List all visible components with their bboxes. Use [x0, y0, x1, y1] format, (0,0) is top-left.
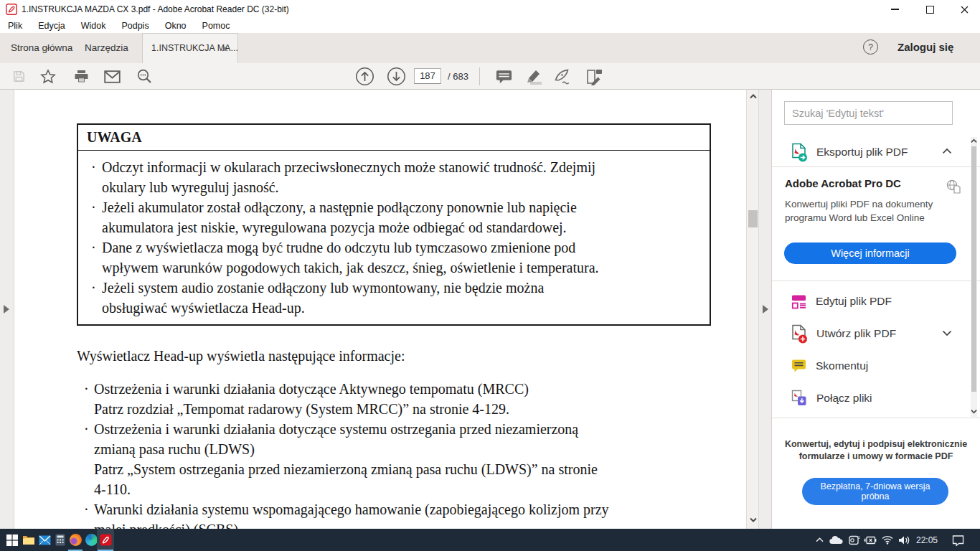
- notice-line: wpływem warunków pogodowych takich, jak …: [85, 258, 702, 278]
- menu-okno[interactable]: Okno: [157, 21, 194, 31]
- volume-tray-button[interactable]: [896, 529, 912, 551]
- close-icon: [961, 6, 969, 14]
- menu-plik[interactable]: Plik: [0, 21, 30, 31]
- panel-scroll-up-icon[interactable]: [971, 138, 977, 143]
- tools-pane-strip: [758, 90, 771, 529]
- notification-icon: [952, 534, 964, 546]
- panel-scroll-down-icon[interactable]: [971, 409, 977, 414]
- notice-title: UWAGA: [78, 125, 710, 151]
- firefox-button[interactable]: [67, 529, 83, 551]
- combine-files-icon: [791, 390, 808, 407]
- pro-dc-description: Konwertuj pliki PDF na dokumenty program…: [785, 197, 948, 225]
- search-tools-input[interactable]: [784, 101, 953, 125]
- star-button[interactable]: [38, 67, 58, 86]
- document-scrollbar[interactable]: [746, 90, 758, 529]
- start-button[interactable]: [4, 529, 20, 551]
- minimize-button[interactable]: [882, 0, 907, 19]
- tray-expand-button[interactable]: [811, 529, 827, 551]
- sign-tool-button[interactable]: [553, 67, 573, 86]
- comment-label: Skomentuj: [816, 359, 868, 372]
- tab-home[interactable]: Strona główna: [11, 42, 72, 53]
- sign-in-button[interactable]: Zaloguj się: [897, 41, 953, 53]
- nav-pane-strip: [0, 90, 14, 529]
- chevron-up-tray-icon: [816, 537, 824, 542]
- mail-button[interactable]: [37, 529, 52, 551]
- comment-icon: [495, 69, 513, 85]
- trial-button[interactable]: Bezpłatna, 7-dniowa wersja próbna: [802, 478, 948, 505]
- edit-pdf-label: Edytuj plik PDF: [816, 295, 892, 308]
- menu-bar: Plik Edycja Widok Podpis Okno Pomoc: [0, 19, 980, 33]
- create-pdf-label: Utwórz plik PDF: [816, 327, 896, 340]
- fill-sign-button[interactable]: [585, 67, 605, 86]
- action-center-button[interactable]: [950, 529, 966, 551]
- edit-pdf-icon: [791, 293, 807, 310]
- zoom-options-button[interactable]: [134, 67, 154, 86]
- close-button[interactable]: [952, 0, 976, 19]
- doc-line: 4-110.: [84, 479, 131, 499]
- edge-icon: [85, 534, 98, 546]
- acrobat-app-icon: [6, 4, 17, 17]
- pdf-page: UWAGA ·Odczyt informacji w okularach prz…: [14, 90, 746, 529]
- menu-edycja[interactable]: Edycja: [30, 21, 73, 31]
- onedrive-tray-button[interactable]: [828, 529, 844, 551]
- notice-line: ·Jeżeli akumulator został odłączony, a n…: [85, 197, 702, 217]
- menu-widok[interactable]: Widok: [73, 21, 114, 31]
- chevron-down-icon[interactable]: [942, 330, 952, 336]
- bullet: ·: [91, 237, 96, 258]
- export-pdf-icon: [791, 143, 808, 162]
- email-button[interactable]: [102, 67, 122, 86]
- previous-page-button[interactable]: [354, 67, 374, 86]
- combine-files-row[interactable]: Połącz pliki: [772, 385, 970, 412]
- toolbar-separator: [479, 67, 480, 85]
- bullet: ·: [91, 157, 96, 177]
- print-button[interactable]: [71, 67, 91, 86]
- collapse-tools-pane-icon[interactable]: [763, 305, 768, 314]
- acrobat-taskbar-button[interactable]: [98, 529, 113, 551]
- tablet-mode-tray-button[interactable]: 1: [847, 529, 862, 551]
- comment-tool-button[interactable]: [494, 67, 514, 86]
- menu-pomoc[interactable]: Pomoc: [194, 21, 238, 31]
- doc-intro: Wyświetlacz Head-up wyświetla następując…: [77, 348, 405, 364]
- help-button[interactable]: ?: [863, 39, 878, 55]
- highlight-tool-button[interactable]: [524, 67, 544, 86]
- tab-close-icon[interactable]: [222, 45, 228, 52]
- page-up-icon: [355, 67, 374, 86]
- clock[interactable]: 22:05: [916, 535, 938, 545]
- page-number-input[interactable]: 187: [414, 68, 441, 84]
- tab-document[interactable]: 1.INSTRUKCJA MA...: [142, 33, 238, 63]
- comment-row[interactable]: Skomentuj: [772, 352, 970, 380]
- chevron-up-icon[interactable]: [942, 148, 952, 154]
- scroll-down-icon[interactable]: [750, 517, 757, 522]
- next-page-button[interactable]: [386, 67, 406, 86]
- zoom-icon: [136, 68, 153, 85]
- tab-tools[interactable]: Narzędzia: [85, 42, 128, 53]
- calculator-icon: [55, 534, 65, 546]
- scrollbar-thumb[interactable]: [748, 210, 758, 227]
- create-pdf-row[interactable]: Utwórz plik PDF: [772, 320, 970, 347]
- expand-nav-pane-icon[interactable]: [4, 305, 9, 314]
- panel-scrollbar[interactable]: [971, 137, 977, 417]
- maximize-button[interactable]: [918, 0, 942, 19]
- more-info-button[interactable]: Więcej informacji: [784, 242, 956, 264]
- doc-line: zmianą pasa ruchu (LDWS): [84, 439, 255, 459]
- export-pdf-row[interactable]: Eksportuj plik PDF: [772, 138, 970, 166]
- wifi-tray-button[interactable]: [880, 529, 895, 551]
- save-button[interactable]: [9, 67, 29, 86]
- online-doc-icon: [946, 179, 961, 194]
- notice-line: okulary lub wyreguluj jasność.: [85, 177, 702, 197]
- battery-tray-button[interactable]: [862, 529, 877, 551]
- calculator-button[interactable]: [52, 529, 68, 551]
- print-icon: [74, 69, 89, 84]
- scroll-up-icon[interactable]: [750, 94, 757, 99]
- screen-mirror-icon: 1: [849, 535, 860, 545]
- bullet: ·: [84, 499, 89, 519]
- file-explorer-button[interactable]: [21, 529, 37, 551]
- promo-text: Konwertuj, edytuj i podpisuj elektronicz…: [773, 438, 979, 463]
- notice-line: ·Dane z wyświetlacza mogą być trudne do …: [85, 237, 702, 258]
- export-pdf-label: Eksportuj plik PDF: [816, 146, 908, 159]
- window-title: 1.INSTRUKCJA MAZDA CX 3.pdf - Adobe Acro…: [22, 4, 289, 14]
- tools-panel: Eksportuj plik PDF Adobe Acrobat Pro DC …: [771, 90, 980, 529]
- menu-podpis[interactable]: Podpis: [113, 21, 156, 31]
- panel-scrollbar-thumb[interactable]: [971, 146, 976, 392]
- edit-pdf-row[interactable]: Edytuj plik PDF: [772, 288, 970, 315]
